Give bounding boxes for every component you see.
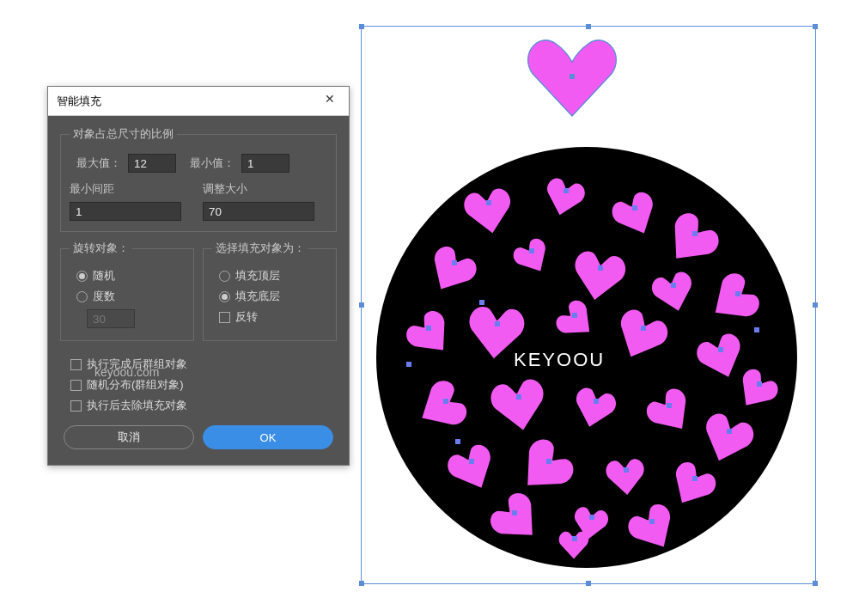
group-after-label: 执行完成后群组对象 [87,357,187,372]
svg-rect-26 [589,515,594,520]
svg-rect-23 [624,467,629,473]
remove-fill-after-checkbox[interactable] [70,400,82,412]
fill-bottom-label: 填充底层 [235,289,280,304]
rotate-degree-input [87,309,135,328]
invert-row[interactable]: 反转 [219,309,327,325]
svg-rect-13 [641,326,646,331]
group-after-row[interactable]: 执行完成后群组对象 [70,357,337,372]
rotate-degree-row[interactable]: 度数 [76,289,185,304]
svg-rect-15 [757,381,762,387]
artboard-selection[interactable]: KEYOOU [361,26,816,584]
brand-label: KEYOOU [514,349,605,371]
fill-bottom-radio[interactable] [219,291,230,302]
random-distribute-label: 随机分布(群组对象) [87,377,184,393]
random-distribute-checkbox[interactable] [70,380,82,391]
resize-label: 调整大小 [203,181,327,197]
svg-rect-10 [426,326,431,331]
svg-rect-7 [598,265,603,271]
ratio-legend: 对象占总尺寸的比例 [70,126,177,142]
svg-rect-17 [516,394,521,399]
pattern-preview-circle[interactable]: KEYOOU [376,147,797,568]
group-after-checkbox[interactable] [70,359,82,370]
cancel-button[interactable]: 取消 [64,425,194,449]
svg-rect-8 [671,283,676,288]
fill-bottom-row[interactable]: 填充底层 [219,289,327,304]
svg-rect-2 [564,188,569,193]
svg-rect-11 [495,321,500,326]
selection-handle[interactable] [586,581,591,586]
svg-rect-25 [512,510,517,515]
svg-rect-5 [452,260,457,265]
min-label: 最小值： [183,156,235,171]
svg-rect-32 [572,536,577,541]
svg-rect-1 [486,200,491,205]
selection-handle[interactable] [359,302,364,308]
svg-rect-29 [455,439,460,444]
svg-rect-21 [469,459,474,464]
svg-rect-14 [718,347,723,352]
rotate-fieldset: 旋转对象： 随机 度数 [60,241,194,341]
max-label: 最大值： [70,156,121,171]
svg-rect-3 [632,205,637,210]
rotate-degree-label: 度数 [93,289,115,304]
selection-handle[interactable] [359,24,364,29]
invert-checkbox[interactable] [219,312,230,323]
anchor-point[interactable] [570,74,575,79]
svg-rect-18 [594,399,599,404]
fill-top-label: 填充顶层 [235,268,280,284]
min-input[interactable] [241,154,289,173]
sample-heart-shape[interactable] [525,35,619,121]
resize-input[interactable] [203,202,314,221]
selection-handle[interactable] [586,24,591,29]
invert-label: 反转 [235,309,258,325]
fill-top-row[interactable]: 填充顶层 [219,268,327,284]
svg-rect-31 [754,327,759,332]
close-icon[interactable] [325,94,340,109]
fill-top-radio[interactable] [219,271,230,282]
selection-handle[interactable] [813,581,818,586]
smart-fill-dialog: 智能填充 对象占总尺寸的比例 最大值： 最小值： 最小间距 调整大小 [47,86,350,466]
random-distribute-row[interactable]: 随机分布(群组对象) [70,377,337,393]
rotate-legend: 旋转对象： [70,241,132,256]
svg-rect-4 [692,231,698,236]
max-input[interactable] [128,154,176,173]
svg-rect-28 [406,362,411,367]
svg-rect-12 [572,313,577,318]
rotate-random-label: 随机 [93,268,115,284]
dialog-titlebar[interactable]: 智能填充 [48,87,349,116]
selection-handle[interactable] [813,302,818,308]
svg-rect-22 [546,459,551,464]
gap-label: 最小间距 [70,181,194,197]
svg-rect-16 [443,399,448,404]
ok-button[interactable]: OK [203,425,333,449]
rotate-random-radio[interactable] [76,271,88,282]
fill-target-legend: 选择填充对象为： [212,241,308,256]
gap-input[interactable] [70,202,181,221]
remove-fill-after-label: 执行后去除填充对象 [87,398,187,413]
svg-rect-6 [529,248,534,253]
svg-rect-24 [692,476,698,481]
rotate-random-row[interactable]: 随机 [76,268,185,284]
selection-handle[interactable] [813,24,818,29]
rotate-degree-radio[interactable] [76,291,88,302]
ratio-fieldset: 对象占总尺寸的比例 最大值： 最小值： 最小间距 调整大小 [60,126,337,232]
remove-fill-after-row[interactable]: 执行后去除填充对象 [70,398,337,413]
svg-rect-9 [735,291,740,296]
dialog-title: 智能填充 [57,94,101,109]
fill-target-fieldset: 选择填充对象为： 填充顶层 填充底层 反转 [203,241,337,341]
svg-rect-20 [727,429,732,434]
svg-rect-30 [479,300,484,305]
svg-rect-19 [667,403,672,408]
selection-handle[interactable] [359,581,364,586]
svg-rect-27 [649,519,655,524]
